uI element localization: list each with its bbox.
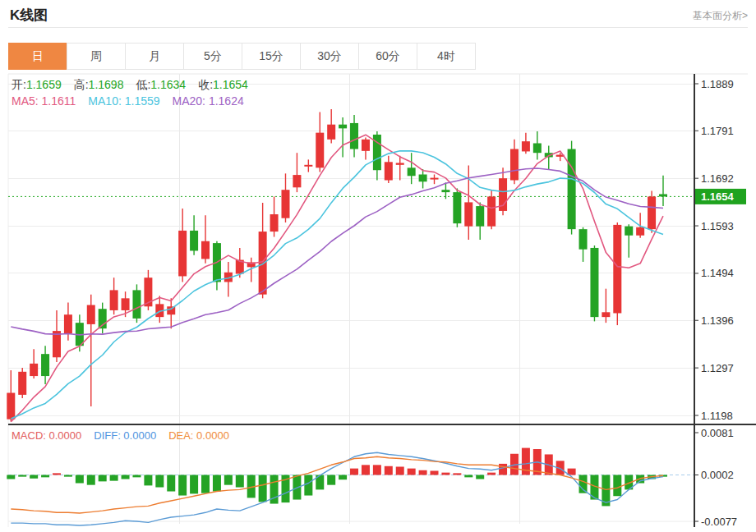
candle-body — [293, 175, 301, 187]
tab-日[interactable]: 日 — [8, 43, 67, 70]
legend-item: DIFF: 0.0000 — [94, 429, 156, 442]
candle-body — [7, 393, 15, 420]
price-axis-label: 1.1593 — [701, 220, 734, 232]
candle-body — [190, 231, 198, 251]
candle-body — [339, 125, 347, 129]
candle-body — [259, 232, 267, 295]
candle-body — [201, 241, 210, 259]
macd-hist-bar — [476, 475, 484, 479]
legend-item: MA5: 1.1611 — [12, 94, 76, 108]
macd-hist-bar — [190, 475, 198, 494]
candle-body — [64, 314, 72, 333]
candle-body — [419, 175, 427, 182]
candle-body — [510, 149, 519, 181]
macd-hist-bar — [144, 475, 152, 486]
candle-body — [568, 149, 576, 230]
candle-body — [408, 167, 416, 176]
tab-4时[interactable]: 4时 — [417, 43, 476, 70]
legend-item: 高:1.1698 — [74, 78, 124, 93]
candle-body — [270, 214, 279, 232]
macd-hist-bar — [431, 470, 439, 475]
macd-hist-bar — [87, 475, 95, 485]
candle-body — [110, 290, 118, 310]
ma-legend: MA5: 1.1611MA10: 1.1559MA20: 1.1624 — [12, 94, 256, 108]
price-axis-label: 1.1791 — [701, 125, 734, 137]
macd-hist-bar — [53, 473, 61, 475]
candle-body — [464, 202, 472, 226]
legend-item: MACD: 0.0000 — [12, 429, 81, 442]
candle-body — [625, 227, 633, 236]
candle-body — [41, 354, 49, 376]
candle-body — [648, 196, 656, 229]
macd-hist-bar — [350, 469, 358, 475]
tab-5分[interactable]: 5分 — [183, 43, 242, 70]
price-axis-label: 1.1198 — [701, 410, 733, 422]
tab-月[interactable]: 月 — [125, 43, 184, 70]
macd-hist-bar — [419, 470, 427, 475]
macd-hist-bar — [41, 475, 49, 478]
macd-hist-bar — [110, 475, 118, 481]
macd-hist-bar — [339, 475, 347, 480]
candle-body — [385, 162, 393, 180]
macd-axis-label: 0.0002 — [701, 469, 734, 481]
macd-hist-bar — [99, 475, 107, 482]
candle-body — [18, 372, 26, 395]
candle-body — [316, 133, 324, 168]
tab-15分[interactable]: 15分 — [242, 43, 301, 70]
candle-body — [362, 140, 370, 151]
macd-hist-bar — [499, 464, 507, 475]
macd-hist-bar — [201, 475, 210, 493]
price-axis-label: 1.1396 — [701, 314, 734, 327]
legend-item: MA20: 1.1624 — [173, 94, 244, 108]
macd-hist-bar — [18, 475, 26, 477]
candle-body — [636, 227, 644, 236]
candle-body — [327, 125, 335, 140]
price-badge-label: 1.1654 — [701, 190, 735, 203]
macd-hist-bar — [396, 466, 404, 475]
macd-hist-bar — [236, 475, 244, 488]
tab-周[interactable]: 周 — [67, 43, 126, 70]
price-axis-label: 1.1297 — [701, 362, 734, 374]
macd-hist-bar — [327, 475, 335, 485]
tab-30分[interactable]: 30分 — [300, 43, 359, 70]
macd-axis-label: 0.0081 — [701, 427, 734, 439]
macd-legend: MACD: 0.0000DIFF: 0.0000DEA: 0.0000 — [12, 429, 242, 442]
legend-item: 开:1.1659 — [12, 78, 62, 93]
macd-hist-bar — [30, 475, 38, 479]
macd-hist-bar — [76, 475, 84, 484]
candle-body — [487, 196, 496, 226]
ma5-line — [11, 135, 663, 421]
macd-hist-bar — [213, 475, 221, 492]
candle-body — [431, 178, 439, 180]
candle-body — [281, 190, 289, 218]
macd-hist-bar — [122, 475, 130, 479]
tab-60分[interactable]: 60分 — [358, 43, 417, 70]
macd-hist-bar — [579, 475, 588, 493]
price-axis-label: 1.1889 — [701, 78, 734, 90]
candle-body — [53, 331, 61, 357]
candle-body — [167, 306, 175, 314]
macd-hist-bar — [304, 475, 312, 496]
price-axis-label: 1.1692 — [701, 172, 734, 185]
candle-body — [579, 229, 588, 250]
macd-hist-bar — [362, 465, 370, 475]
candle-body — [350, 123, 358, 149]
candle-body — [122, 298, 130, 310]
candle-body — [659, 194, 667, 196]
legend-item: 低:1.1634 — [136, 78, 186, 93]
macd-hist-bar — [155, 475, 164, 488]
macd-hist-bar — [408, 469, 416, 475]
candle-body — [453, 192, 461, 223]
macd-hist-bar — [441, 473, 449, 475]
macd-hist-bar — [385, 466, 393, 475]
macd-hist-bar — [132, 475, 141, 478]
legend-item: MA10: 1.1559 — [88, 94, 159, 108]
candle-body — [602, 312, 610, 317]
macd-hist-bar — [453, 473, 461, 475]
macd-hist-bar — [7, 475, 15, 479]
interval-tabbar: 日周月5分15分30分60分4时 — [8, 43, 476, 70]
candle-body — [304, 165, 312, 167]
legend-item: DEA: 0.0000 — [168, 429, 229, 442]
macd-hist-bar — [259, 475, 267, 502]
ohlc-legend: 开:1.1659高:1.1698低:1.1634收:1.1654 — [12, 78, 260, 93]
